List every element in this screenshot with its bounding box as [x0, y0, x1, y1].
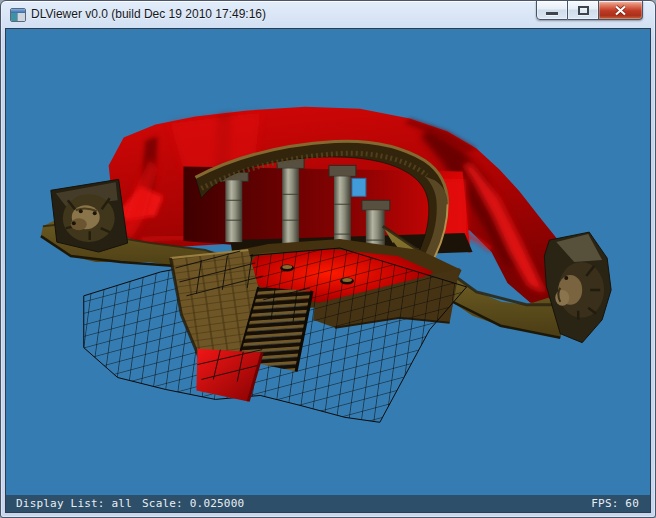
scale-status: Scale: 0.025000 [142, 497, 244, 510]
display-list-status: Display List: all [16, 497, 132, 510]
app-icon [10, 7, 26, 23]
lion-statue-left [51, 179, 128, 252]
client-area: Display List: all Scale: 0.025000 FPS: 6… [5, 28, 651, 513]
minimize-button[interactable] [536, 0, 568, 20]
maximize-icon [578, 6, 589, 15]
caption-buttons [536, 0, 643, 20]
status-bar: Display List: all Scale: 0.025000 FPS: 6… [6, 495, 650, 512]
minimize-icon [546, 12, 558, 15]
window-title: DLViewer v0.0 (build Dec 19 2010 17:49:1… [31, 7, 266, 21]
close-button[interactable] [599, 0, 643, 20]
dlviewer-window: DLViewer v0.0 (build Dec 19 2010 17:49:1… [0, 0, 656, 518]
close-icon [614, 5, 627, 16]
gl-scene [6, 29, 650, 495]
missing-texture-patch [352, 178, 366, 196]
fps-status: FPS: 60 [591, 497, 639, 510]
maximize-button[interactable] [568, 0, 599, 20]
title-bar[interactable]: DLViewer v0.0 (build Dec 19 2010 17:49:1… [1, 1, 655, 28]
gl-viewport[interactable] [6, 29, 650, 495]
